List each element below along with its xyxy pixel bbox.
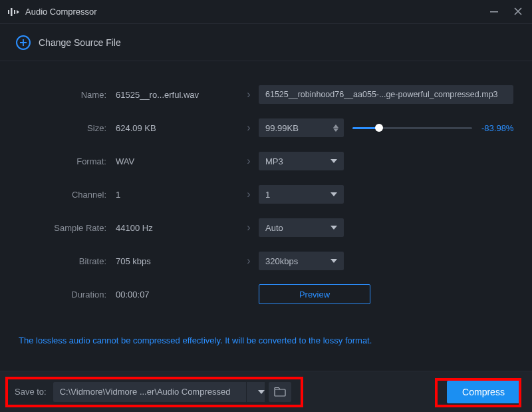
format-label: Format:	[0, 156, 116, 166]
format-dropdown[interactable]: MP3	[259, 152, 344, 170]
channel-dropdown[interactable]: 1	[259, 185, 344, 204]
save-to-label: Save to:	[15, 387, 47, 397]
size-percent-value: -83.98%	[481, 118, 513, 137]
svg-rect-1	[11, 8, 13, 16]
open-folder-button[interactable]	[269, 382, 291, 402]
chevron-down-icon	[331, 192, 337, 196]
bitrate-source-value: 705 kbps	[116, 256, 151, 266]
arrow-icon: ›	[238, 222, 259, 234]
folder-icon	[274, 387, 286, 397]
samplerate-source-value: 44100 Hz	[116, 223, 153, 233]
name-source-value: 61525__ro...erful.wav	[116, 90, 199, 100]
size-output-spinner[interactable]: 99.99KB	[259, 118, 344, 137]
close-button[interactable]	[513, 7, 523, 17]
svg-rect-4	[275, 389, 285, 396]
name-output-input[interactable]: 61525__robinhood76__aa055-...ge-powerful…	[259, 85, 513, 104]
save-path-dropdown[interactable]	[246, 382, 265, 402]
name-output-text: 61525__robinhood76__aa055-...ge-powerful…	[265, 90, 498, 99]
samplerate-output-value: Auto	[265, 223, 283, 233]
svg-rect-3	[490, 11, 498, 13]
minimize-button[interactable]	[489, 7, 499, 17]
size-source-value: 624.09 KB	[116, 123, 156, 133]
preview-button[interactable]: Preview	[259, 284, 370, 304]
chevron-down-icon	[331, 259, 337, 263]
size-output-value: 99.99KB	[265, 123, 299, 133]
size-slider[interactable]	[352, 118, 472, 137]
chevron-down-icon	[258, 390, 265, 394]
bitrate-dropdown[interactable]: 320kbps	[259, 252, 344, 270]
spinner-down-icon[interactable]	[333, 128, 338, 132]
arrow-icon: ›	[238, 255, 259, 267]
arrow-icon: ›	[238, 155, 259, 167]
bitrate-label: Bitrate:	[0, 256, 116, 266]
svg-rect-0	[8, 10, 9, 14]
titlebar: Audio Compressor	[0, 0, 532, 24]
window-title: Audio Compressor	[25, 7, 97, 17]
compress-button-label: Compress	[462, 387, 505, 397]
format-source-value: WAV	[116, 156, 134, 166]
format-output-value: MP3	[265, 156, 283, 166]
arrow-icon: ›	[238, 188, 259, 200]
preview-button-label: Preview	[299, 290, 330, 300]
lossless-notice: The lossless audio cannot be compressed …	[19, 335, 372, 345]
samplerate-label: Sample Rate:	[0, 223, 116, 233]
size-label: Size:	[0, 123, 116, 133]
save-path-value: C:\Vidmore\Vidmore ...er\Audio Compresse…	[60, 387, 231, 397]
samplerate-dropdown[interactable]: Auto	[259, 218, 344, 237]
channel-output-value: 1	[265, 190, 270, 200]
spinner-up-icon[interactable]	[333, 124, 338, 128]
arrow-icon: ›	[238, 122, 259, 134]
bitrate-output-value: 320kbps	[265, 256, 298, 266]
bottom-bar: Save to: C:\Vidmore\Vidmore ...er\Audio …	[0, 371, 532, 412]
channel-source-value: 1	[116, 190, 120, 200]
duration-label: Duration:	[0, 290, 116, 300]
app-logo-icon	[8, 7, 20, 17]
save-path-field[interactable]: C:\Vidmore\Vidmore ...er\Audio Compresse…	[53, 382, 246, 402]
properties-panel: Name: 61525__ro...erful.wav › 61525__rob…	[0, 61, 532, 304]
plus-circle-icon	[16, 35, 31, 50]
slider-thumb[interactable]	[375, 124, 383, 132]
change-source-row[interactable]: Change Source File	[0, 24, 532, 61]
chevron-down-icon	[331, 226, 337, 230]
arrow-icon: ›	[238, 89, 259, 101]
change-source-label: Change Source File	[39, 37, 121, 48]
channel-label: Channel:	[0, 190, 116, 200]
name-label: Name:	[0, 90, 116, 100]
svg-rect-2	[14, 10, 15, 14]
duration-value: 00:00:07	[116, 290, 150, 300]
chevron-down-icon	[331, 159, 337, 163]
compress-button[interactable]: Compress	[447, 381, 520, 403]
